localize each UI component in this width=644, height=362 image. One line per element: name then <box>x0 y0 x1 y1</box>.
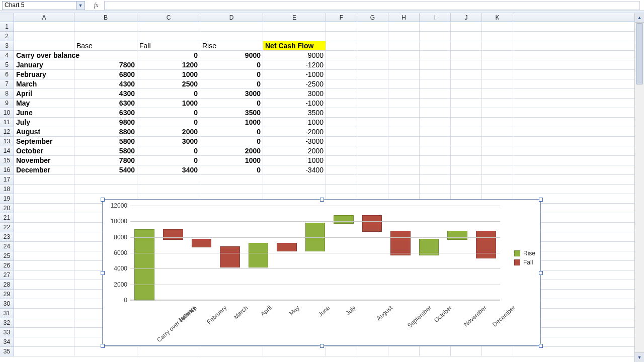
cell-C4[interactable]: 0 <box>137 51 200 60</box>
cell-H2[interactable] <box>388 32 420 41</box>
cell-H5[interactable] <box>388 60 420 70</box>
cell-A33[interactable] <box>14 328 74 337</box>
cell-A19[interactable] <box>14 194 74 204</box>
cell-A12[interactable]: August <box>14 127 74 137</box>
cell-E16[interactable]: -3400 <box>263 165 326 175</box>
cell-I3[interactable] <box>420 41 451 51</box>
cell-fill-12[interactable] <box>513 127 635 137</box>
cell-H4[interactable] <box>388 51 420 60</box>
cell-D35[interactable] <box>200 347 263 356</box>
cell-J11[interactable] <box>451 118 482 127</box>
cell-C16[interactable]: 3400 <box>137 165 200 175</box>
cell-F18[interactable] <box>326 185 357 194</box>
cell-D17[interactable] <box>200 175 263 185</box>
cell-K6[interactable] <box>482 70 513 79</box>
col-header-I[interactable]: I <box>420 13 451 22</box>
row-header-6[interactable]: 6 <box>0 70 14 79</box>
cell-K12[interactable] <box>482 127 513 137</box>
row-header-14[interactable]: 14 <box>0 146 14 156</box>
cell-A16[interactable]: December <box>14 165 74 175</box>
cell-A2[interactable] <box>14 32 74 41</box>
row-header-29[interactable]: 29 <box>0 290 14 299</box>
cell-C2[interactable] <box>137 32 200 41</box>
cell-I2[interactable] <box>420 32 451 41</box>
cell-A30[interactable] <box>14 299 74 309</box>
cell-G4[interactable] <box>357 51 388 60</box>
row-header-27[interactable]: 27 <box>0 270 14 280</box>
cell-J8[interactable] <box>451 89 482 99</box>
cell-A23[interactable] <box>14 232 74 242</box>
col-header-E[interactable]: E <box>263 13 326 22</box>
name-box-dropdown-icon[interactable]: ▼ <box>76 2 85 10</box>
cell-C15[interactable]: 0 <box>137 156 200 165</box>
row-header-10[interactable]: 10 <box>0 108 14 118</box>
cell-E1[interactable] <box>263 22 326 32</box>
cell-E15[interactable]: 1000 <box>263 156 326 165</box>
cell-D13[interactable]: 0 <box>200 137 263 146</box>
cell-F13[interactable] <box>326 137 357 146</box>
cell-G14[interactable] <box>357 146 388 156</box>
row-header-15[interactable]: 15 <box>0 156 14 165</box>
cell-E17[interactable] <box>263 175 326 185</box>
name-box[interactable]: Chart 5 ▼ <box>2 1 85 10</box>
row-header-35[interactable]: 35 <box>0 347 14 356</box>
cell-I5[interactable] <box>420 60 451 70</box>
row-header-16[interactable]: 16 <box>0 165 14 175</box>
chart-resize-handle[interactable] <box>539 271 543 275</box>
cell-C35[interactable] <box>137 347 200 356</box>
cell-J4[interactable] <box>451 51 482 60</box>
row-header-32[interactable]: 32 <box>0 318 14 328</box>
cell-fill-3[interactable] <box>513 41 635 51</box>
cell-K1[interactable] <box>482 22 513 32</box>
cell-F10[interactable] <box>326 108 357 118</box>
cell-fill-7[interactable] <box>513 79 635 89</box>
cell-H6[interactable] <box>388 70 420 79</box>
cell-C14[interactable]: 0 <box>137 146 200 156</box>
cell-E4[interactable]: 9000 <box>263 51 326 60</box>
cell-D15[interactable]: 1000 <box>200 156 263 165</box>
cell-B35[interactable] <box>74 347 137 356</box>
cell-I13[interactable] <box>420 137 451 146</box>
cell-E2[interactable] <box>263 32 326 41</box>
cell-F4[interactable] <box>326 51 357 60</box>
cell-K3[interactable] <box>482 41 513 51</box>
cell-H8[interactable] <box>388 89 420 99</box>
chart-resize-handle[interactable] <box>101 344 105 348</box>
cell-H16[interactable] <box>388 165 420 175</box>
cell-F9[interactable] <box>326 99 357 108</box>
cell-fill-11[interactable] <box>513 118 635 127</box>
cell-F1[interactable] <box>326 22 357 32</box>
select-all-corner[interactable] <box>0 13 14 22</box>
cell-I6[interactable] <box>420 70 451 79</box>
embedded-chart[interactable]: Rise Fall 020004000600080001000012000Car… <box>102 199 541 346</box>
cell-B8[interactable]: 4300 <box>74 89 137 99</box>
cell-H13[interactable] <box>388 137 420 146</box>
cell-fill-5[interactable] <box>513 60 635 70</box>
cell-J16[interactable] <box>451 165 482 175</box>
cell-fill-35[interactable] <box>513 347 635 356</box>
cell-fill-15[interactable] <box>513 156 635 165</box>
cell-F12[interactable] <box>326 127 357 137</box>
cell-K13[interactable] <box>482 137 513 146</box>
cell-F5[interactable] <box>326 60 357 70</box>
cell-F11[interactable] <box>326 118 357 127</box>
cell-fill-13[interactable] <box>513 137 635 146</box>
cell-A21[interactable] <box>14 213 74 223</box>
cell-J7[interactable] <box>451 79 482 89</box>
cell-A7[interactable]: March <box>14 79 74 89</box>
cell-D8[interactable]: 3000 <box>200 89 263 99</box>
cell-B15[interactable]: 7800 <box>74 156 137 165</box>
cell-I16[interactable] <box>420 165 451 175</box>
cell-D5[interactable]: 0 <box>200 60 263 70</box>
row-header-4[interactable]: 4 <box>0 51 14 60</box>
cell-G10[interactable] <box>357 108 388 118</box>
col-header-F[interactable]: F <box>326 13 357 22</box>
cell-B17[interactable] <box>74 175 137 185</box>
cell-J6[interactable] <box>451 70 482 79</box>
cell-H18[interactable] <box>388 185 420 194</box>
cell-A14[interactable]: October <box>14 146 74 156</box>
cell-fill-14[interactable] <box>513 146 635 156</box>
cell-fill-10[interactable] <box>513 108 635 118</box>
cell-B18[interactable] <box>74 185 137 194</box>
cell-fill-8[interactable] <box>513 89 635 99</box>
